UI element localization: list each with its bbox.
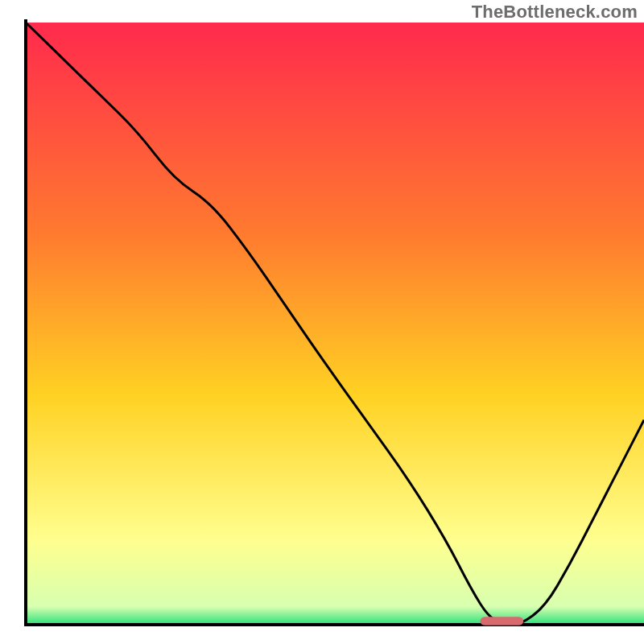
bottleneck-chart [0, 0, 644, 644]
chart-stage: TheBottleneck.com [0, 0, 644, 644]
optimal-marker [480, 617, 523, 625]
